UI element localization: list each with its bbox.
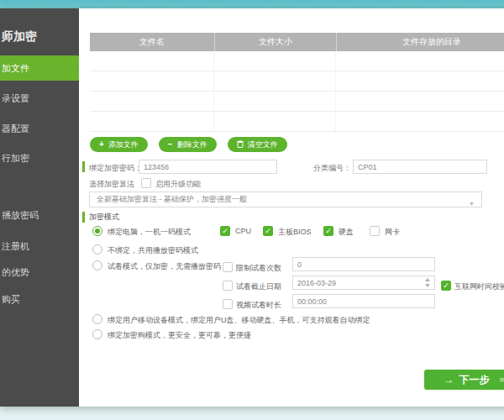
desktop-background: 师加密 加文件 录设置 器配置 行加密 播放密码 注册机 的优势 购买 文件名 …	[0, 0, 504, 420]
sidebar-item-buy[interactable]: 购买	[0, 293, 79, 306]
harddisk-label: 硬盘	[339, 227, 354, 238]
spinner-down-icon[interactable]	[425, 284, 430, 287]
algorithm-dropdown[interactable]: 全新基础加密算法 - 基础保护，加密强度一般 ▼	[89, 192, 482, 207]
category-label: 分类编号：	[313, 163, 351, 174]
trial-count-input[interactable]	[292, 257, 435, 271]
harddisk-checkbox[interactable]	[323, 226, 333, 236]
file-table-header: 文件名 文件大小 文件存放的目录	[90, 33, 504, 51]
next-step-small-text: 加密	[500, 376, 504, 384]
sidebar: 师加密 加文件 录设置 器配置 行加密 播放密码 注册机 的优势 购买	[0, 8, 79, 407]
radio-dongle-label: 绑定加密狗模式，更安全，更可靠，更便捷	[108, 330, 251, 341]
file-toolbar: + 添加文件 − 删除文件 清空文件	[90, 137, 287, 152]
mode-section-title: 加密模式	[89, 212, 119, 223]
network-card-label: 网卡	[385, 227, 400, 238]
internet-time-checkbox[interactable]	[441, 281, 451, 291]
trial-date-checkbox[interactable]	[223, 281, 233, 291]
radio-bind-pc-label: 绑定电脑，一机一码模式	[108, 227, 191, 238]
password-input[interactable]	[139, 160, 277, 174]
app-window: 师加密 加文件 录设置 器配置 行加密 播放密码 注册机 的优势 购买 文件名 …	[0, 8, 504, 407]
table-row	[90, 112, 504, 132]
sidebar-item-player-config[interactable]: 器配置	[0, 123, 79, 135]
cpu-label: CPU	[235, 227, 251, 235]
sidebar-item-run-encrypt[interactable]: 行加密	[0, 152, 79, 165]
radio-mobile-device[interactable]	[92, 314, 102, 324]
delete-file-button[interactable]: − 删除文件	[159, 137, 217, 152]
trial-count-label: 限制试看次数	[236, 263, 281, 274]
trial-duration-label: 视频试看时长	[236, 300, 281, 311]
plus-icon: +	[99, 140, 104, 149]
delete-file-label: 删除文件	[177, 139, 207, 150]
upgrade-label: 启用升级功能	[155, 179, 201, 190]
internet-time-label: 互联网时间校验	[454, 281, 504, 292]
trial-date-label: 试看截止日期	[236, 281, 281, 292]
password-label: 绑定加密密码：	[89, 163, 142, 174]
date-spinner[interactable]	[425, 278, 431, 287]
next-step-button[interactable]: → 下一步 加密	[424, 370, 504, 390]
column-header-directory: 文件存放的目录	[336, 33, 504, 51]
trial-date-field	[292, 276, 435, 290]
table-row	[90, 71, 504, 92]
radio-mobile-device-label: 绑定用户移动设备模式，绑定用户U盘、移动硬盘、手机，可支持观看自动绑定	[108, 315, 370, 326]
trial-duration-checkbox[interactable]	[223, 299, 233, 309]
trial-date-input[interactable]	[292, 276, 435, 290]
sidebar-item-directory-settings[interactable]: 录设置	[0, 92, 79, 105]
add-file-label: 添加文件	[108, 139, 139, 150]
bios-checkbox[interactable]	[263, 226, 273, 236]
radio-trial-mode-label: 试看模式，仅加密，无需播放密码	[108, 261, 221, 272]
column-header-filesize: 文件大小	[214, 33, 336, 51]
sidebar-item-play-password[interactable]: 播放密码	[0, 209, 79, 222]
accent-bar	[82, 212, 85, 223]
chevron-down-icon: ▼	[469, 197, 475, 211]
spinner-up-icon[interactable]	[425, 278, 430, 281]
trial-duration-input[interactable]	[292, 294, 435, 308]
trial-count-checkbox[interactable]	[223, 262, 233, 272]
cpu-checkbox[interactable]	[220, 226, 230, 236]
algorithm-selected: 全新基础加密算法 - 基础保护，加密强度一般	[97, 195, 247, 203]
radio-shared-password[interactable]	[92, 244, 102, 255]
clear-files-label: 清空文件	[248, 139, 278, 150]
sidebar-item-advantages[interactable]: 的优势	[0, 266, 79, 279]
clear-files-button[interactable]: 清空文件	[228, 137, 287, 152]
algorithm-label: 选择加密算法	[89, 179, 134, 190]
radio-dongle[interactable]	[92, 329, 102, 339]
radio-shared-password-label: 不绑定，共用播放密码模式	[108, 245, 198, 256]
accent-bar	[82, 161, 85, 172]
radio-trial-mode[interactable]	[92, 260, 102, 270]
table-row	[90, 51, 504, 71]
main-content: 文件名 文件大小 文件存放的目录 + 添加文件 − 删除文件	[79, 8, 504, 407]
add-file-button[interactable]: + 添加文件	[90, 137, 148, 152]
upgrade-checkbox[interactable]	[141, 178, 151, 188]
sidebar-item-keygen[interactable]: 注册机	[0, 240, 79, 253]
trash-icon	[237, 140, 244, 150]
next-step-label: 下一步	[459, 373, 490, 387]
minus-icon: −	[168, 140, 173, 149]
column-header-filename: 文件名	[90, 33, 214, 51]
file-table: 文件名 文件大小 文件存放的目录	[90, 33, 504, 132]
table-row	[90, 92, 504, 112]
app-title: 师加密	[2, 29, 37, 45]
arrow-right-icon: →	[444, 374, 454, 386]
category-input[interactable]	[353, 160, 487, 174]
radio-bind-pc[interactable]	[92, 226, 102, 236]
sidebar-item-add-files[interactable]: 加文件	[0, 55, 79, 81]
bios-label: 主板BIOS	[278, 227, 312, 238]
network-card-checkbox[interactable]	[370, 226, 380, 236]
